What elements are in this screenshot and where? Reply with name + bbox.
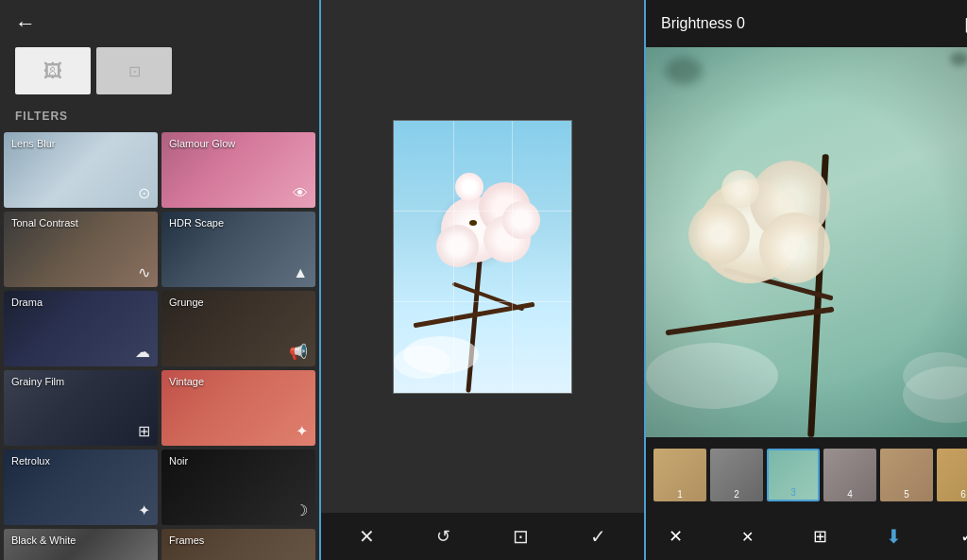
top-thumb-2: ⊡ bbox=[96, 47, 172, 94]
filters-section-title: FILTERS bbox=[0, 102, 319, 132]
filter-label-hdr-scape: HDR Scape bbox=[169, 217, 224, 229]
filter-label-frames: Frames bbox=[169, 535, 204, 546]
filter-thumb-num-3: 3 bbox=[769, 487, 818, 498]
cancel-button[interactable]: ✕ bbox=[359, 525, 375, 548]
filter-icon-glamour-glow: 👁 bbox=[293, 185, 308, 202]
brightness-title: Brightness 0 bbox=[661, 15, 745, 32]
confirm-button[interactable]: ✓ bbox=[590, 525, 606, 548]
filter-icon-grunge: 📢 bbox=[289, 343, 308, 361]
filter-strip: 123456 bbox=[646, 437, 967, 513]
back-button[interactable]: ← bbox=[0, 0, 319, 47]
right-panel: Brightness 0 ◫ bbox=[646, 0, 967, 560]
left-panel: ← 🖼 ⊡ FILTERS Lens Blur⊙Glamour Glow👁Ton… bbox=[0, 0, 321, 560]
image-frame bbox=[393, 120, 572, 394]
filter-grainy-film[interactable]: Grainy Film⊞ bbox=[4, 370, 158, 446]
filter-thumb-6[interactable]: 6 bbox=[937, 449, 967, 501]
middle-toolbar: ✕ ↺ ⊡ ✓ bbox=[321, 513, 644, 560]
right-sliders-button[interactable]: ⊞ bbox=[813, 526, 827, 547]
filter-thumb-2[interactable]: 2 bbox=[710, 449, 763, 501]
right-adjust-button[interactable]: ✕ bbox=[741, 528, 754, 546]
filter-icon-lens-blur: ⊙ bbox=[138, 184, 150, 202]
filter-drama[interactable]: Drama☁ bbox=[4, 291, 158, 366]
filter-label-drama: Drama bbox=[11, 297, 42, 308]
filter-thumb-num-4: 4 bbox=[823, 489, 876, 500]
refresh-button[interactable]: ↺ bbox=[436, 526, 450, 547]
filter-noir[interactable]: Noir☽ bbox=[161, 450, 315, 525]
filter-retrolux[interactable]: Retrolux✦ bbox=[4, 450, 158, 525]
filter-glamour-glow[interactable]: Glamour Glow👁 bbox=[161, 132, 315, 208]
vintage-photo bbox=[646, 47, 967, 437]
filter-icon-grainy-film: ⊞ bbox=[138, 422, 150, 440]
filter-frames[interactable]: Frames⊡ bbox=[161, 529, 315, 560]
filter-thumb-num-6: 6 bbox=[937, 489, 967, 500]
back-icon: ← bbox=[15, 11, 36, 36]
filter-label-noir: Noir bbox=[169, 455, 188, 467]
crop-button[interactable]: ⊡ bbox=[513, 525, 529, 548]
filter-icon-hdr-scape: ▲ bbox=[293, 264, 308, 281]
filter-thumb-num-1: 1 bbox=[653, 489, 706, 500]
filter-vintage[interactable]: Vintage✦ bbox=[161, 370, 315, 446]
filter-icon-drama: ☁ bbox=[135, 343, 150, 361]
filters-grid: Lens Blur⊙Glamour Glow👁Tonal Contrast∿HD… bbox=[0, 132, 319, 560]
filter-icon-tonal-contrast: ∿ bbox=[138, 263, 150, 281]
top-thumb-1: 🖼 bbox=[15, 47, 91, 94]
right-image bbox=[646, 47, 967, 437]
filter-label-glamour-glow: Glamour Glow bbox=[169, 138, 235, 149]
filter-grunge[interactable]: Grunge📢 bbox=[161, 291, 315, 366]
filter-thumb-num-2: 2 bbox=[710, 489, 763, 500]
filter-label-grunge: Grunge bbox=[169, 297, 204, 308]
filter-thumb-1[interactable]: 1 bbox=[653, 449, 706, 501]
filter-lens-blur[interactable]: Lens Blur⊙ bbox=[4, 132, 158, 208]
filter-thumb-5[interactable]: 5 bbox=[880, 449, 933, 501]
right-confirm-button[interactable]: ✓ bbox=[960, 526, 967, 547]
filter-thumb-3[interactable]: 3 bbox=[767, 449, 820, 501]
right-download-button[interactable]: ⬇ bbox=[886, 525, 902, 548]
filter-hdr-scape[interactable]: HDR Scape▲ bbox=[161, 212, 315, 287]
filter-tonal-contrast[interactable]: Tonal Contrast∿ bbox=[4, 212, 158, 287]
filter-thumb-4[interactable]: 4 bbox=[823, 449, 876, 501]
filter-label-tonal-contrast: Tonal Contrast bbox=[11, 217, 78, 229]
filter-label-vintage: Vintage bbox=[169, 376, 204, 387]
filter-label-grainy-film: Grainy Film bbox=[11, 376, 64, 387]
middle-panel: ✕ ↺ ⊡ ✓ bbox=[321, 0, 646, 560]
filter-icon-vintage: ✦ bbox=[296, 422, 308, 440]
filter-icon-noir: ☽ bbox=[295, 501, 308, 519]
right-cancel-button[interactable]: ✕ bbox=[669, 526, 683, 547]
filter-label-retrolux: Retrolux bbox=[11, 455, 50, 467]
top-thumbnail-strip: 🖼 ⊡ bbox=[0, 47, 319, 102]
right-toolbar: ✕ ✕ ⊞ ⬇ ✓ bbox=[646, 513, 967, 560]
right-header: Brightness 0 ◫ bbox=[646, 0, 967, 47]
filter-thumb-num-5: 5 bbox=[880, 489, 933, 500]
filter-label-lens-blur: Lens Blur bbox=[11, 138, 55, 149]
grid-overlay bbox=[394, 121, 571, 393]
filter-label-black-white: Black & White bbox=[11, 535, 76, 546]
middle-canvas bbox=[321, 0, 644, 513]
filter-icon-retrolux: ✦ bbox=[138, 501, 150, 519]
filter-black-white[interactable]: Black & White▲ bbox=[4, 529, 158, 560]
